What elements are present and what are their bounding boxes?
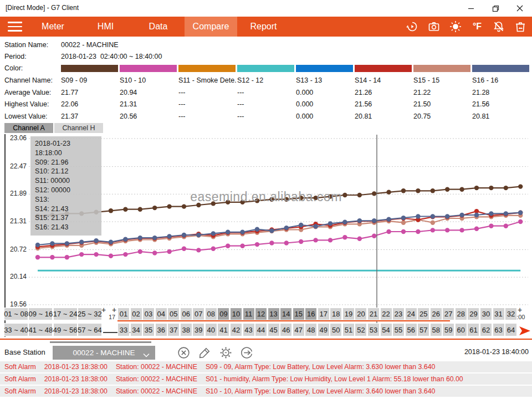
- channel-button-41[interactable]: 41: [217, 323, 229, 336]
- channel-button-27[interactable]: 27: [442, 308, 454, 320]
- channel-button-10[interactable]: 10: [230, 308, 242, 320]
- channel-button-18[interactable]: 18: [330, 308, 342, 320]
- tab-channel-a[interactable]: Channel A: [4, 123, 53, 134]
- channel-button-16[interactable]: 16: [305, 308, 317, 320]
- range-button-17~24[interactable]: 17 ~ 24: [53, 308, 78, 320]
- range-button-09~16[interactable]: 09 ~ 16: [28, 308, 53, 320]
- channel-button-08[interactable]: 08: [205, 308, 217, 320]
- range-button-01~08[interactable]: 01 ~ 08: [4, 308, 28, 320]
- channel-button-47[interactable]: 47: [293, 323, 305, 336]
- channel-button-40[interactable]: 40: [205, 323, 217, 336]
- channel-button-20[interactable]: 20: [355, 308, 367, 320]
- history-icon[interactable]: [405, 19, 420, 34]
- channel-button-02[interactable]: 02: [130, 308, 142, 320]
- channel-button-04[interactable]: 04: [155, 308, 167, 320]
- channel-button-12[interactable]: 12: [255, 308, 267, 320]
- alarm-row-1[interactable]: Soft Alarm2018-01-23 18:38:00Station: 00…: [0, 374, 532, 385]
- channel-button-36[interactable]: 36: [155, 323, 167, 336]
- menu-icon[interactable]: [8, 22, 22, 32]
- channel-button-59[interactable]: 59: [442, 323, 454, 336]
- channel-button-33[interactable]: 33: [117, 323, 130, 336]
- channel-button-35[interactable]: 35: [142, 323, 155, 336]
- channel-button-14[interactable]: 14: [280, 308, 292, 320]
- base-station-dropdown[interactable]: 00022 - MACHINE: [53, 346, 155, 360]
- nav-item-compare[interactable]: Compare: [185, 17, 237, 37]
- fahrenheit-icon[interactable]: °F: [470, 19, 484, 34]
- expand-plus-2[interactable]: +: [518, 305, 522, 314]
- channel-button-60[interactable]: 60: [455, 323, 467, 336]
- channel-button-56[interactable]: 56: [405, 323, 417, 336]
- channel-button-54[interactable]: 54: [380, 323, 392, 336]
- export-icon[interactable]: [239, 345, 254, 360]
- channel-button-49[interactable]: 49: [318, 323, 330, 336]
- channel-button-09[interactable]: 09: [217, 308, 229, 320]
- channel-button-51[interactable]: 51: [342, 323, 355, 336]
- channel-button-01[interactable]: 01: [117, 308, 130, 320]
- channel-button-39[interactable]: 39: [192, 323, 204, 336]
- channel-button-63[interactable]: 63: [493, 323, 505, 336]
- channel-button-21[interactable]: 21: [367, 308, 380, 320]
- channel-button-28[interactable]: 28: [455, 308, 467, 320]
- channel-button-15[interactable]: 15: [293, 308, 305, 320]
- channel-button-61[interactable]: 61: [467, 323, 479, 336]
- clear-image-icon[interactable]: [513, 19, 528, 34]
- channel-button-45[interactable]: 45: [268, 323, 280, 336]
- edit-icon[interactable]: [197, 345, 212, 360]
- channel-button-53[interactable]: 53: [367, 323, 380, 336]
- range-button-49~56[interactable]: 49 ~ 56: [53, 323, 78, 336]
- channel-button-17[interactable]: 17: [318, 308, 330, 320]
- mute-alarm-icon[interactable]: [492, 19, 506, 34]
- nav-item-report[interactable]: Report: [237, 17, 290, 37]
- channel-button-05[interactable]: 05: [167, 308, 180, 320]
- camera-icon[interactable]: [427, 19, 441, 34]
- channel-button-29[interactable]: 29: [467, 308, 479, 320]
- channel-button-42[interactable]: 42: [230, 323, 242, 336]
- range-button-33~40[interactable]: 33 ~ 40: [4, 323, 28, 336]
- settings-icon[interactable]: [218, 345, 233, 360]
- channel-button-31[interactable]: 31: [493, 308, 505, 320]
- close-button[interactable]: [508, 0, 532, 17]
- channel-button-37[interactable]: 37: [167, 323, 180, 336]
- channel-button-34[interactable]: 34: [130, 323, 142, 336]
- channel-button-43[interactable]: 43: [243, 323, 255, 336]
- restore-button[interactable]: [483, 0, 508, 17]
- channel-button-03[interactable]: 03: [142, 308, 155, 320]
- cancel-icon[interactable]: [176, 345, 191, 360]
- channel-button-11[interactable]: 11: [243, 308, 255, 320]
- channel-button-06[interactable]: 06: [180, 308, 192, 320]
- channel-button-57[interactable]: 57: [417, 323, 429, 336]
- channel-button-25[interactable]: 25: [417, 308, 429, 320]
- channel-button-62[interactable]: 62: [480, 323, 492, 336]
- channel-button-26[interactable]: 26: [430, 308, 442, 320]
- channel-button-22[interactable]: 22: [380, 308, 392, 320]
- channel-button-07[interactable]: 07: [192, 308, 204, 320]
- channel-button-19[interactable]: 19: [342, 308, 355, 320]
- tab-channel-h[interactable]: Channel H: [54, 123, 103, 134]
- nav-item-hmi[interactable]: HMI: [79, 17, 132, 37]
- minimize-button[interactable]: [459, 0, 483, 17]
- channel-button-44[interactable]: 44: [255, 323, 267, 336]
- nav-item-meter[interactable]: Meter: [27, 17, 79, 37]
- channel-button-48[interactable]: 48: [305, 323, 317, 336]
- channel-button-23[interactable]: 23: [392, 308, 405, 320]
- range-button-25~32[interactable]: 25 ~ 32: [78, 308, 102, 320]
- channel-button-30[interactable]: 30: [480, 308, 492, 320]
- nav-item-data[interactable]: Data: [132, 17, 185, 37]
- channel-button-58[interactable]: 58: [430, 323, 442, 336]
- channel-button-46[interactable]: 46: [280, 323, 292, 336]
- expand-plus-1[interactable]: +: [112, 305, 116, 314]
- alarm-row-2[interactable]: Soft Alarm2018-01-23 18:38:00Station: 00…: [0, 386, 532, 397]
- brightness-icon[interactable]: [448, 19, 463, 34]
- channel-button-52[interactable]: 52: [355, 323, 367, 336]
- range-button-57~64[interactable]: 57 ~ 64: [78, 323, 102, 336]
- channel-button-55[interactable]: 55: [392, 323, 405, 336]
- expand-plus-0[interactable]: +: [101, 305, 106, 314]
- range-button-41~48[interactable]: 41 ~ 48: [28, 323, 53, 336]
- channel-button-32[interactable]: 32: [505, 308, 517, 320]
- channel-button-24[interactable]: 24: [405, 308, 417, 320]
- channel-button-13[interactable]: 13: [268, 308, 280, 320]
- channel-button-64[interactable]: 64: [505, 323, 517, 336]
- channel-button-38[interactable]: 38: [180, 323, 192, 336]
- channel-button-50[interactable]: 50: [330, 323, 342, 336]
- alarm-row-0[interactable]: Soft Alarm2018-01-23 18:38:00Station: 00…: [0, 361, 532, 372]
